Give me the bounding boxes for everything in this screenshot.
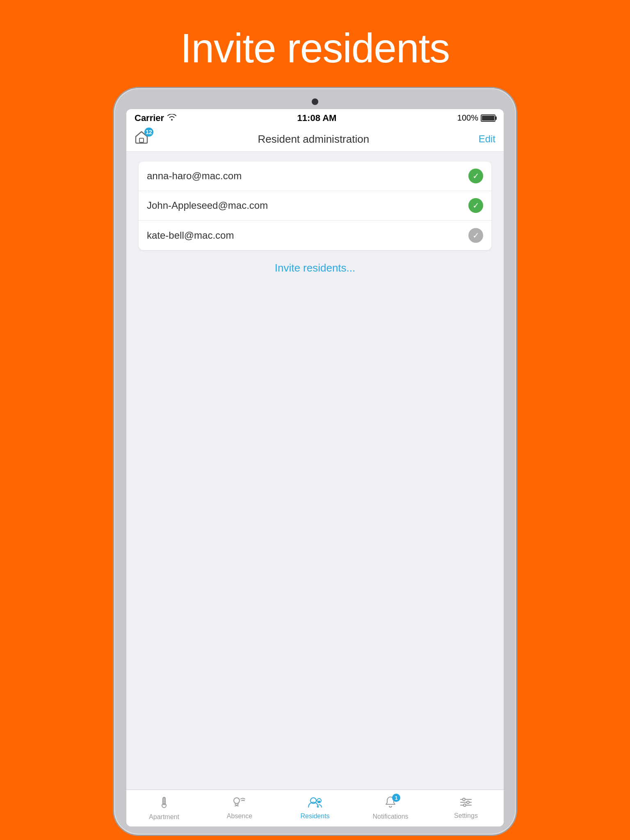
- svg-rect-0: [139, 138, 144, 142]
- tab-residents[interactable]: Residents: [286, 797, 344, 820]
- battery-icon: [481, 114, 495, 122]
- resident-item-3[interactable]: kate-bell@mac.com ✓: [139, 221, 491, 250]
- tab-absence-label: Absence: [227, 813, 252, 820]
- svg-point-12: [467, 801, 469, 803]
- resident-email-3: kate-bell@mac.com: [147, 230, 234, 241]
- carrier-label: Carrier: [135, 113, 164, 123]
- tab-residents-icon-wrap: [308, 797, 322, 811]
- status-bar: Carrier 11:08 AM 100%: [126, 109, 504, 127]
- notifications-badge: 1: [392, 794, 400, 802]
- tab-absence-icon-wrap: [233, 797, 247, 811]
- resident-email-1: anna-haro@mac.com: [147, 170, 242, 182]
- tab-notifications[interactable]: 1 Notifications: [362, 796, 419, 820]
- settings-icon: [460, 797, 472, 810]
- resident-item-2[interactable]: John-Appleseed@mac.com ✓: [139, 191, 491, 221]
- invite-residents-button[interactable]: Invite residents...: [139, 262, 491, 274]
- thermometer-icon: [159, 799, 169, 811]
- battery-percent: 100%: [457, 113, 478, 123]
- check-pending-icon-3: ✓: [468, 228, 483, 243]
- svg-point-2: [162, 803, 166, 808]
- resident-email-2: John-Appleseed@mac.com: [147, 200, 268, 211]
- residents-icon: [308, 798, 322, 810]
- page-header: Invite residents: [0, 0, 630, 88]
- page-title: Invite residents: [180, 25, 450, 72]
- status-carrier: Carrier: [135, 113, 176, 123]
- tablet-camera: [312, 98, 318, 105]
- tab-settings-label: Settings: [454, 812, 478, 819]
- status-time: 11:08 AM: [297, 113, 337, 123]
- edit-button[interactable]: Edit: [479, 133, 495, 145]
- tab-absence[interactable]: Absence: [211, 797, 268, 820]
- svg-point-13: [463, 804, 466, 806]
- tab-notifications-label: Notifications: [372, 813, 408, 820]
- tab-residents-label: Residents: [300, 813, 329, 820]
- check-active-icon-2: ✓: [468, 198, 483, 213]
- svg-point-7: [318, 801, 320, 803]
- tablet-screen: Carrier 11:08 AM 100%: [126, 109, 504, 826]
- resident-item-1[interactable]: anna-haro@mac.com ✓: [139, 162, 491, 191]
- wifi-icon: [167, 113, 176, 123]
- svg-point-11: [463, 798, 465, 801]
- tab-apartment-label: Apartment: [149, 813, 179, 821]
- home-badge: 12: [144, 128, 153, 137]
- tab-notifications-icon-wrap: 1: [385, 796, 396, 811]
- tab-apartment[interactable]: Apartment: [135, 796, 193, 821]
- tab-settings[interactable]: Settings: [437, 797, 495, 819]
- main-content: anna-haro@mac.com ✓ John-Appleseed@mac.c…: [126, 152, 504, 790]
- nav-bar: 12 Resident administration Edit: [126, 127, 504, 152]
- tab-settings-icon-wrap: [460, 797, 472, 810]
- svg-point-4: [234, 798, 240, 803]
- status-battery: 100%: [457, 113, 495, 123]
- nav-title: Resident administration: [258, 133, 369, 146]
- tab-bar: Apartment Absence: [126, 790, 504, 826]
- check-active-icon-1: ✓: [468, 169, 483, 183]
- resident-list: anna-haro@mac.com ✓ John-Appleseed@mac.c…: [139, 162, 491, 250]
- tab-apartment-icon-wrap: [159, 796, 169, 812]
- absence-icon: [233, 798, 247, 810]
- tablet-frame: Carrier 11:08 AM 100%: [114, 88, 516, 835]
- home-button[interactable]: 12: [135, 131, 148, 147]
